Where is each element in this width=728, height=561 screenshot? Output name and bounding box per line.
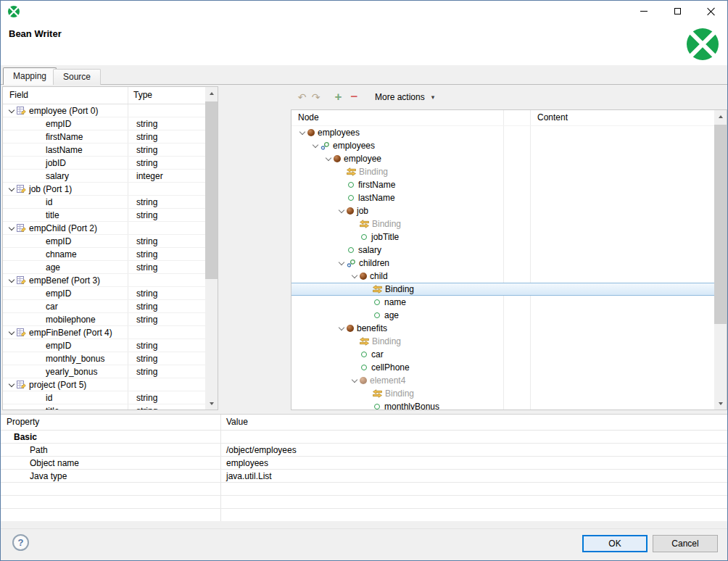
ok-button[interactable]: OK <box>582 535 648 552</box>
node-row[interactable]: Binding <box>291 217 714 230</box>
scroll-down-button[interactable] <box>205 397 218 410</box>
node-row[interactable]: employees <box>291 126 714 139</box>
node-row[interactable]: child <box>291 270 714 283</box>
chevron-down-icon[interactable] <box>297 128 307 138</box>
chevron-down-icon[interactable] <box>336 206 347 216</box>
property-row[interactable]: Java typejava.util.List <box>1 470 727 483</box>
field-row[interactable]: chnamestring <box>3 248 205 261</box>
field-group-row[interactable]: empBenef (Port 3) <box>3 274 205 287</box>
curved-arrow-left-icon[interactable]: ↶ <box>295 91 309 103</box>
field-type: string <box>136 158 157 168</box>
tab-source[interactable]: Source <box>53 69 101 85</box>
node-row[interactable]: lastName <box>291 191 714 204</box>
chevron-down-icon[interactable] <box>336 323 347 333</box>
node-label: job <box>357 206 368 216</box>
curved-arrow-right-icon[interactable]: ↷ <box>309 91 323 103</box>
node-row[interactable]: benefits <box>291 322 714 335</box>
field-row[interactable]: agestring <box>3 261 205 274</box>
node-row[interactable]: Binding <box>291 387 714 400</box>
field-group-row[interactable]: empChild (Port 2) <box>3 222 205 235</box>
node-row[interactable]: employee <box>291 152 714 165</box>
scrollbar-thumb[interactable] <box>714 125 727 324</box>
field-row[interactable]: mobilephonestring <box>3 313 205 326</box>
property-row[interactable]: Path/object/employees <box>1 444 727 457</box>
field-row[interactable]: jobIDstring <box>3 157 205 170</box>
field-group-row[interactable]: job (Port 1) <box>3 183 205 196</box>
node-row[interactable]: monthlyBonus <box>291 400 714 410</box>
chevron-down-icon[interactable] <box>7 328 17 338</box>
scroll-up-button[interactable] <box>205 87 218 99</box>
field-row[interactable]: empIDstring <box>3 235 205 248</box>
field-row[interactable]: titlestring <box>3 209 205 222</box>
chevron-down-icon[interactable] <box>7 380 17 390</box>
column-header-field[interactable]: Field <box>9 90 28 100</box>
property-row-empty[interactable] <box>1 509 727 521</box>
property-row-empty[interactable] <box>1 496 727 509</box>
field-row[interactable]: empIDstring <box>3 287 205 300</box>
properties-header: Property Value <box>1 415 727 431</box>
help-button[interactable]: ? <box>12 534 29 551</box>
scroll-up-button[interactable] <box>714 110 727 122</box>
remove-element-button[interactable]: − <box>348 90 360 104</box>
node-row[interactable]: Binding <box>291 283 714 296</box>
node-row[interactable]: Binding <box>291 335 714 348</box>
field-row[interactable]: empIDstring <box>3 339 205 352</box>
add-element-button[interactable]: + <box>332 90 344 104</box>
field-row[interactable]: titlestring <box>3 404 205 410</box>
field-row[interactable]: salaryinteger <box>3 170 205 183</box>
field-row[interactable]: empIDstring <box>3 117 205 130</box>
more-actions-button[interactable]: More actions ▾ <box>370 90 439 104</box>
column-header-type[interactable]: Type <box>133 90 152 100</box>
chevron-down-icon[interactable] <box>7 106 17 116</box>
node-row[interactable]: Binding <box>291 165 714 178</box>
field-row[interactable]: idstring <box>3 391 205 404</box>
column-header-node[interactable]: Node <box>298 112 319 122</box>
node-row[interactable]: element4 <box>291 374 714 387</box>
field-row[interactable]: idstring <box>3 196 205 209</box>
chevron-down-icon[interactable] <box>323 154 334 164</box>
field-row[interactable]: carstring <box>3 300 205 313</box>
node-row[interactable]: jobTitle <box>291 230 714 244</box>
field-row[interactable]: firstNamestring <box>3 130 205 144</box>
scroll-down-button[interactable] <box>714 397 727 410</box>
field-row[interactable]: yearly_bonusstring <box>3 365 205 378</box>
chevron-down-icon[interactable] <box>7 275 17 286</box>
field-group-row[interactable]: employee (Port 0) <box>3 104 205 117</box>
node-row[interactable]: children <box>291 257 714 270</box>
property-row-empty[interactable] <box>1 483 727 496</box>
property-section-row[interactable]: Basic <box>1 431 727 444</box>
scrollbar-thumb[interactable] <box>205 101 218 279</box>
maximize-button[interactable] <box>661 1 694 22</box>
fields-scrollbar[interactable] <box>205 87 218 410</box>
tab-mapping[interactable]: Mapping <box>3 67 57 85</box>
column-header-property[interactable]: Property <box>7 417 39 427</box>
node-row[interactable]: name <box>291 296 714 309</box>
field-group-row[interactable]: empFinBenef (Port 4) <box>3 326 205 339</box>
chevron-down-icon[interactable] <box>7 184 17 194</box>
field-row[interactable]: lastNamestring <box>3 144 205 157</box>
bean-icon <box>347 207 354 215</box>
column-header-value[interactable]: Value <box>226 417 248 427</box>
field-group-row[interactable]: project (Port 5) <box>3 378 205 391</box>
field-row[interactable]: monthly_bonusstring <box>3 352 205 365</box>
node-row[interactable]: employees <box>291 139 714 152</box>
node-row[interactable]: salary <box>291 244 714 257</box>
chevron-down-icon[interactable] <box>349 375 360 386</box>
node-row[interactable]: car <box>291 348 714 361</box>
node-tree-scrollbar[interactable] <box>714 110 727 410</box>
chevron-down-icon[interactable] <box>336 258 347 268</box>
node-row[interactable]: job <box>291 204 714 217</box>
cancel-button[interactable]: Cancel <box>653 535 718 552</box>
property-row[interactable]: Object nameemployees <box>1 457 727 470</box>
minimize-button[interactable] <box>627 1 661 22</box>
chevron-down-icon[interactable] <box>7 223 17 233</box>
chevron-down-icon[interactable] <box>349 271 360 281</box>
node-row[interactable]: age <box>291 309 714 322</box>
chevron-down-icon[interactable] <box>310 141 320 151</box>
triangle-up-icon <box>210 92 214 95</box>
node-row[interactable]: cellPhone <box>291 361 714 374</box>
node-row[interactable]: firstName <box>291 178 714 191</box>
field-type: string <box>136 354 157 364</box>
close-button[interactable] <box>694 1 727 22</box>
column-header-content[interactable]: Content <box>537 112 568 122</box>
